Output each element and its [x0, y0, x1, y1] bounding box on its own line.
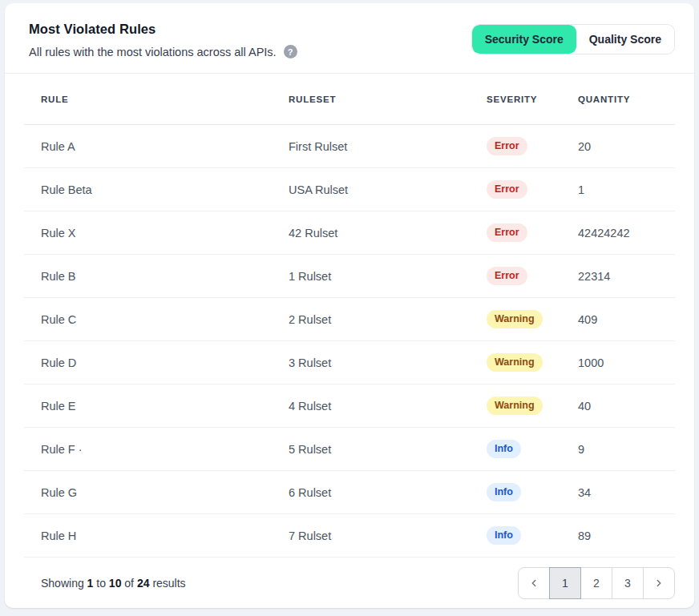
ruleset-cell: 7 Rulset — [289, 529, 487, 542]
table-row: Rule B 1 Rulset Error 22314 — [24, 255, 675, 298]
rule-cell: Rule B — [41, 270, 289, 283]
rule-cell: Rule C — [41, 313, 289, 326]
quantity-cell: 22314 — [578, 270, 675, 283]
help-icon[interactable]: ? — [284, 45, 297, 58]
ruleset-cell: 5 Rulset — [289, 443, 487, 456]
card-subtitle: All rules with the most violations acros… — [29, 46, 277, 58]
pagination-page-1[interactable]: 1 — [549, 567, 581, 599]
rule-cell: Rule X — [41, 227, 289, 240]
severity-badge: Error — [487, 137, 527, 155]
table-row: Rule C 2 Rulset Warning 409 — [24, 298, 675, 341]
card-header-text: Most Violated Rules All rules with the m… — [29, 22, 297, 58]
rule-cell: Rule A — [41, 140, 289, 153]
summary-of: of — [124, 577, 134, 590]
severity-badge: Error — [487, 267, 527, 285]
ruleset-cell: 3 Rulset — [289, 356, 487, 369]
severity-cell: Warning — [487, 353, 578, 372]
column-header-severity: Severity — [487, 95, 578, 104]
quality-score-tab[interactable]: Quality Score — [576, 25, 674, 54]
rule-cell: Rule Beta — [41, 183, 289, 196]
table-row: Rule D 3 Rulset Warning 1000 — [24, 341, 675, 384]
severity-badge: Info — [487, 483, 521, 501]
rule-cell: Rule H — [41, 529, 289, 542]
column-header-rule: Rule — [41, 95, 289, 104]
column-header-ruleset: Ruleset — [289, 95, 487, 104]
quantity-cell: 40 — [578, 400, 675, 413]
severity-badge: Error — [487, 223, 527, 242]
summary-to: 10 — [109, 577, 122, 590]
severity-badge: Warning — [487, 353, 543, 372]
severity-badge: Error — [487, 180, 527, 199]
rules-table: Rule Ruleset Severity Quantity Rule A Fi… — [5, 74, 694, 558]
pagination: 1 2 3 — [518, 567, 675, 599]
page-title: Most Violated Rules — [29, 22, 297, 37]
severity-badge: Warning — [487, 397, 543, 415]
most-violated-rules-card: Most Violated Rules All rules with the m… — [5, 3, 694, 608]
pagination-prev-button[interactable] — [518, 567, 550, 599]
ruleset-cell: 2 Rulset — [289, 313, 487, 326]
summary-total: 24 — [137, 577, 150, 590]
table-row: Rule G 6 Rulset Info 34 — [24, 471, 675, 514]
quantity-cell: 20 — [578, 140, 675, 153]
rule-cell: Rule D — [41, 356, 289, 369]
table-row: Rule A First Rulset Error 20 — [24, 125, 675, 168]
table-footer: Showing 1 to 10 of 24 results 1 2 3 — [5, 558, 694, 608]
rule-cell: Rule G — [41, 486, 289, 499]
ruleset-cell: 42 Rulset — [289, 227, 487, 240]
summary-from: 1 — [87, 577, 94, 590]
severity-cell: Info — [487, 440, 578, 458]
chevron-left-icon — [528, 578, 539, 589]
ruleset-cell: 6 Rulset — [289, 486, 487, 499]
severity-badge: Warning — [487, 310, 543, 328]
table-row: Rule X 42 Rulset Error 42424242 — [24, 211, 675, 255]
ruleset-cell: First Rulset — [289, 140, 487, 153]
table-header-row: Rule Ruleset Severity Quantity — [24, 74, 675, 125]
score-toggle: Security Score Quality Score — [471, 24, 675, 54]
table-row: Rule F · 5 Rulset Info 9 — [24, 428, 675, 471]
table-row: Rule E 4 Rulset Warning 40 — [24, 384, 675, 428]
chevron-right-icon — [653, 578, 665, 589]
card-header: Most Violated Rules All rules with the m… — [5, 3, 694, 74]
card-subtitle-row: All rules with the most violations acros… — [29, 45, 297, 58]
pagination-page-2[interactable]: 2 — [580, 567, 612, 599]
summary-prefix: Showing — [41, 577, 84, 590]
severity-cell: Warning — [487, 397, 578, 415]
severity-cell: Warning — [487, 310, 578, 328]
table-row: Rule Beta USA Rulset Error 1 — [24, 168, 675, 211]
quantity-cell: 9 — [578, 443, 675, 456]
quantity-cell: 409 — [578, 313, 675, 326]
ruleset-cell: 4 Rulset — [289, 400, 487, 413]
column-header-quantity: Quantity — [578, 95, 675, 104]
quantity-cell: 1000 — [578, 356, 675, 369]
severity-cell: Error — [487, 223, 578, 242]
ruleset-cell: USA Rulset — [289, 183, 487, 196]
severity-badge: Info — [487, 526, 521, 545]
quantity-cell: 1 — [578, 183, 675, 196]
severity-cell: Error — [487, 180, 578, 199]
severity-cell: Error — [487, 267, 578, 285]
results-summary: Showing 1 to 10 of 24 results — [41, 577, 186, 590]
severity-cell: Info — [487, 526, 578, 545]
pagination-next-button[interactable] — [643, 567, 675, 599]
quantity-cell: 34 — [578, 486, 675, 499]
quantity-cell: 89 — [578, 529, 675, 542]
ruleset-cell: 1 Rulset — [289, 270, 487, 283]
severity-cell: Info — [487, 483, 578, 501]
security-score-tab[interactable]: Security Score — [472, 25, 576, 54]
quantity-cell: 42424242 — [578, 227, 675, 240]
severity-badge: Info — [487, 440, 521, 458]
table-row: Rule H 7 Rulset Info 89 — [24, 514, 675, 558]
rule-cell: Rule F · — [41, 443, 289, 456]
summary-suffix: results — [152, 577, 185, 590]
severity-cell: Error — [487, 137, 578, 155]
pagination-page-3[interactable]: 3 — [612, 567, 644, 599]
summary-mid: to — [96, 577, 106, 590]
rule-cell: Rule E — [41, 400, 289, 413]
